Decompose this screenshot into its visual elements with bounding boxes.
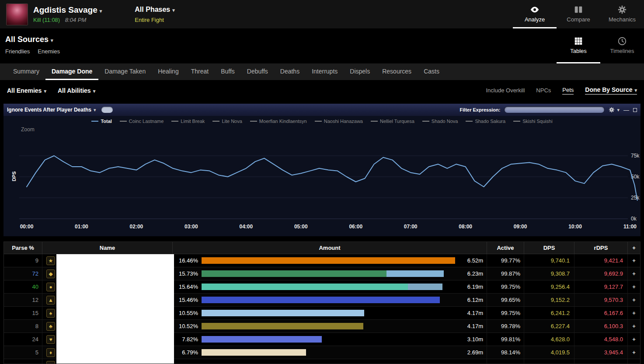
- minimize-icon[interactable]: —: [623, 107, 629, 113]
- kill-status-link[interactable]: Kill (11:08): [33, 17, 60, 23]
- x-axis-tick: 10:00: [568, 224, 582, 230]
- amount-cell: 10.55%4.17m: [173, 307, 487, 319]
- damage-done-table: Parse %NameAmountActiveDPSrDPS+ 9★16.46%…: [3, 242, 641, 364]
- tab-casts[interactable]: Casts: [418, 63, 446, 80]
- gear-icon: [617, 5, 627, 14]
- column-header-amount[interactable]: Amount: [173, 242, 487, 254]
- amount-cell: 6.79%2.69m: [173, 346, 487, 359]
- x-axis-tick: 05:00: [294, 224, 308, 230]
- active-percent: 99.78%: [487, 320, 524, 332]
- legend-item[interactable]: Lite Nova: [212, 119, 242, 124]
- expand-row-button[interactable]: +: [628, 254, 640, 267]
- filter-npcs[interactable]: NPCs: [536, 87, 551, 94]
- sources-title: All Sources: [5, 35, 49, 44]
- phase-subtitle: Entire Fight: [135, 17, 174, 23]
- tab-threat[interactable]: Threat: [185, 63, 215, 80]
- legend-item[interactable]: Coinc Lastname: [120, 119, 164, 124]
- tab-debuffs[interactable]: Debuffs: [241, 63, 274, 80]
- column-header--[interactable]: +: [628, 242, 640, 254]
- boss-avatar: [6, 4, 28, 25]
- dps-value: 6,227.4: [524, 320, 574, 332]
- dps-chart[interactable]: 75k50k25k0k00:0001:0002:0003:0004:0005:0…: [3, 134, 641, 236]
- nav-analyze[interactable]: Analyze: [513, 0, 557, 28]
- legend-item[interactable]: Total: [91, 119, 111, 124]
- rdps-value: 9,570.3: [574, 294, 628, 306]
- amount-bar: [202, 257, 455, 264]
- tab-dispels[interactable]: Dispels: [344, 63, 376, 80]
- filter-done-by-source[interactable]: Done By Source▾: [585, 86, 637, 94]
- report-tabs: SummaryDamage DoneDamage TakenHealingThr…: [0, 63, 644, 80]
- parse-percent: 9: [4, 254, 42, 267]
- amount-bar-segment: [202, 310, 364, 316]
- rdps-value: 4,548.0: [574, 333, 628, 346]
- tab-damage-taken[interactable]: Damage Taken: [98, 63, 152, 80]
- dps-value: 9,256.4: [524, 280, 574, 293]
- expand-row-button[interactable]: +: [628, 267, 640, 280]
- parse-percent: 15: [4, 307, 42, 319]
- legend-item[interactable]: Moerfian Kindlaentsyn: [250, 119, 307, 124]
- filter-pets[interactable]: Pets: [562, 87, 574, 94]
- phase-dropdown[interactable]: All Phases▾: [135, 6, 174, 14]
- legend-item[interactable]: Naoshi Hanazawa: [315, 119, 363, 124]
- caret-down-icon: ▾: [172, 7, 175, 13]
- column-header-dps[interactable]: DPS: [524, 242, 574, 254]
- expand-row-button[interactable]: +: [628, 346, 640, 359]
- tab-summary[interactable]: Summary: [7, 63, 45, 80]
- tab-healing[interactable]: Healing: [152, 63, 184, 80]
- column-header-rdps[interactable]: rDPS: [574, 242, 628, 254]
- legend-swatch: [422, 121, 429, 122]
- ignore-deaths-toggle[interactable]: [101, 107, 113, 113]
- dps-value: 4,019.5: [524, 346, 574, 359]
- chart-settings-dropdown[interactable]: ▾: [609, 107, 620, 113]
- view-tables[interactable]: Tables: [557, 28, 600, 63]
- tab-interrupts[interactable]: Interrupts: [306, 63, 344, 80]
- column-header-parse-[interactable]: Parse %: [4, 242, 42, 254]
- tab-resources[interactable]: Resources: [376, 63, 418, 80]
- tab-buffs[interactable]: Buffs: [215, 63, 241, 80]
- amount-bar: [202, 297, 455, 303]
- legend-swatch: [120, 121, 127, 122]
- amount-value: 2.69m: [455, 349, 487, 356]
- parse-percent: 12: [4, 294, 42, 306]
- x-axis-tick: 04:00: [239, 224, 253, 230]
- sources-dropdown[interactable]: All Sources▾: [5, 35, 60, 44]
- column-header-active[interactable]: Active: [487, 242, 524, 254]
- legend-item[interactable]: Shado Nova: [422, 119, 458, 124]
- amount-bar-segment: [202, 257, 455, 264]
- filter-all-enemies[interactable]: All Enemies▾: [7, 87, 46, 94]
- maximize-icon[interactable]: [633, 108, 637, 112]
- expand-row-button[interactable]: +: [628, 320, 640, 332]
- legend-item[interactable]: Limit Break: [171, 119, 205, 124]
- expand-row-button[interactable]: +: [628, 333, 640, 346]
- legend-swatch: [91, 121, 98, 122]
- filter-include-overkill[interactable]: Include Overkill: [486, 87, 525, 94]
- nav-label: Compare: [567, 16, 590, 23]
- damage-percent: 7.82%: [173, 336, 198, 343]
- caret-down-icon: ▾: [617, 107, 620, 113]
- rdps-value: 9,127.7: [574, 280, 628, 293]
- legend-item[interactable]: Shado Sakura: [466, 119, 505, 124]
- tab-damage-done[interactable]: Damage Done: [45, 63, 98, 80]
- damage-percent: 15.46%: [173, 297, 198, 303]
- filter-expression-input[interactable]: [504, 106, 605, 113]
- sources-link-enemies[interactable]: Enemies: [38, 48, 60, 55]
- tab-deaths[interactable]: Deaths: [274, 63, 306, 80]
- y-axis-tick: 0k: [631, 216, 637, 222]
- legend-item[interactable]: Nelliel Turquesa: [371, 119, 414, 124]
- filter-all-abilities[interactable]: All Abilities▾: [58, 87, 95, 94]
- nav-label: Timelines: [610, 48, 634, 54]
- nav-label: Mechanics: [609, 16, 636, 23]
- eye-icon: [530, 5, 540, 14]
- expand-row-button[interactable]: +: [628, 294, 640, 306]
- ignore-deaths-dropdown[interactable]: Ignore Events After Player Deaths: [7, 107, 91, 113]
- view-timelines[interactable]: Timelines: [600, 28, 644, 63]
- column-header-name[interactable]: Name: [42, 242, 173, 254]
- boss-title-dropdown[interactable]: Agdistis Savage▾: [33, 5, 102, 15]
- expand-row-button[interactable]: +: [628, 280, 640, 293]
- expand-row-button[interactable]: +: [628, 307, 640, 319]
- legend-item[interactable]: Skishi Squishi: [513, 119, 552, 124]
- nav-mechanics[interactable]: Mechanics: [600, 0, 644, 28]
- job-icon: ♠: [46, 309, 55, 318]
- sources-link-friendlies[interactable]: Friendlies: [5, 48, 30, 55]
- nav-compare[interactable]: Compare: [557, 0, 600, 28]
